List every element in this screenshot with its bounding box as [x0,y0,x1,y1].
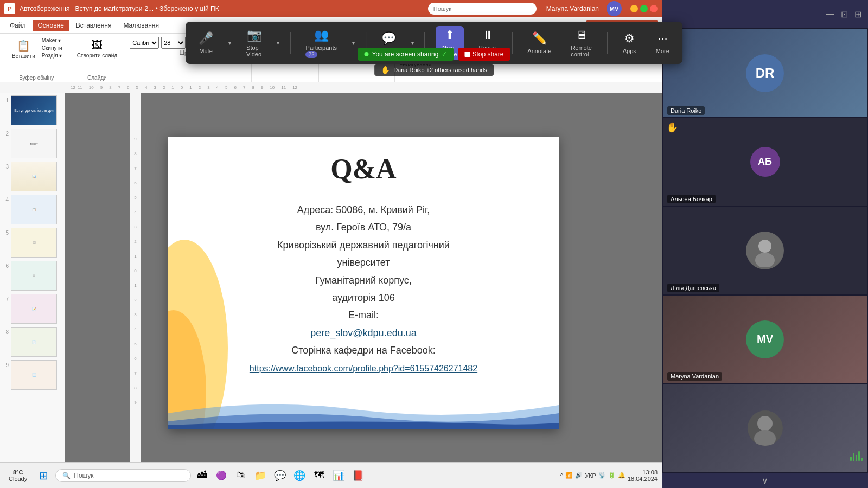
slide-img-5[interactable]: 🖼 [11,228,57,258]
apps-button[interactable]: ⚙ Apps [618,29,641,56]
maker-btn[interactable]: Maker ▾ [40,37,65,44]
presentation-canvas: 9876543210123456789 [65,93,662,473]
weather-desc: Cloudy [9,476,27,482]
avatar-maryna: MV [746,320,784,358]
window-controls [630,5,658,12]
taskbar-ppt-icon[interactable]: 📊 [330,467,347,484]
slide-thumb-1[interactable]: 1 Вступ до магістратури [2,95,62,125]
slide-thumb-3[interactable]: 3 📊 [2,162,62,191]
slide-img-9[interactable]: 📃 [11,360,57,390]
taskbar-skype-icon[interactable]: 💬 [271,467,289,484]
video-panel: — ⊡ ⊞ DR ✋ Daria Roiko АБ ✋ Альона Бочка… [662,0,868,488]
facebook-link[interactable]: https://www.facebook.com/profile.php?id=… [250,364,477,373]
autosave-label: Автозбереження [20,5,69,12]
more-button[interactable]: ··· More [652,29,674,56]
video-placeholder-alona: АБ [663,118,867,206]
email-link[interactable]: pere_slov@kdpu.edu.ua [310,328,416,338]
copy-btn[interactable]: Скинути [40,44,65,52]
tray-expand[interactable]: ^ [560,472,563,479]
search-input[interactable] [428,3,537,15]
vp-grid-icon[interactable]: ⊞ [854,9,861,20]
user-avatar[interactable]: MV [607,1,622,16]
chat-icon: 💬 [381,31,396,46]
clipboard-label: Буфер обміну [19,75,54,81]
avatar-5 [748,410,783,446]
green-check: ✓ [442,50,447,58]
taskbar-weather: 8°C Cloudy [4,467,31,484]
taskbar-city-icon[interactable]: 🏙 [193,467,210,484]
hand-indicator-alona: ✋ [666,121,678,133]
slide-img-3[interactable]: 📊 [11,162,57,191]
slide-decor-bottom [168,391,559,429]
vp-minimize-icon[interactable]: — [826,9,834,20]
section-btn[interactable]: Розділ ▾ [40,52,65,59]
tray-battery[interactable]: 🔋 [608,472,616,479]
slide-img-6[interactable]: 🏛 [11,261,57,291]
tray-network[interactable]: 📶 [565,472,573,479]
taskbar-pdf-icon[interactable]: 📕 [349,467,367,484]
svg-point-3 [755,253,775,267]
font-size-select[interactable]: 28 [161,37,186,49]
tray-volume[interactable]: 🔊 [575,472,583,479]
paste-button[interactable]: 📋 Вставити [9,37,39,61]
toolbar-separator-5 [607,32,608,54]
maximize-btn[interactable] [640,5,648,12]
slide-thumb-8[interactable]: 8 📄 [2,327,62,357]
mute-chevron[interactable]: ▾ [228,40,231,46]
language-switch[interactable]: УКР [585,472,596,479]
slide-img-2[interactable]: — текст — [11,129,57,158]
menu-file[interactable]: Файл [4,20,31,31]
more-label: More [656,48,669,54]
new-slide-btn[interactable]: 🖼 Створити слайд [74,37,120,61]
taskbar-files-icon[interactable]: 📁 [252,467,269,484]
slide-img-4[interactable]: 📋 [11,195,57,224]
avatar-lilia-svg [749,234,781,267]
taskbar-map-icon[interactable]: 🗺 [310,467,328,484]
user-name: Maryna Vardanian [546,5,599,12]
mute-button[interactable]: 🎤 Mute [194,29,218,56]
close-btn[interactable] [650,5,658,12]
video-panel-scroll-down[interactable]: ∨ [662,473,868,488]
slide-img-8[interactable]: 📄 [11,327,57,357]
slide-thumb-7[interactable]: 7 📝 [2,294,62,324]
slide-num-8: 8 [2,329,9,335]
menu-home[interactable]: Основне [33,20,69,31]
tray-notification[interactable]: 🔔 [618,472,626,479]
font-family-select[interactable]: Calibri [130,37,159,49]
tray-wifi[interactable]: 📡 [598,472,606,479]
start-button[interactable]: ⊞ [34,466,53,485]
annotate-button[interactable]: ✏️ Annotate [523,29,556,56]
vertical-ruler: 9876543210123456789 [130,93,141,473]
slide-thumb-6[interactable]: 6 🏛 [2,261,62,291]
menu-insert[interactable]: Вставлення [71,20,117,31]
slide-img-7[interactable]: 📝 [11,294,57,324]
menu-draw[interactable]: Малювання [118,20,164,31]
slide-img-1[interactable]: Вступ до магістратури [11,95,57,125]
taskbar-edge-icon[interactable]: 🌐 [291,467,308,484]
taskbar-search[interactable]: 🔍 Пошук [55,469,191,482]
stop-video-button[interactable]: 📷 Stop Video [242,26,266,60]
taskbar-right: ^ 📶 🔊 УКР 📡 🔋 🔔 13:08 18.04.2024 [560,469,658,482]
participants-button[interactable]: 👥 Participants 22 [302,26,341,60]
slide-thumb-5[interactable]: 5 🖼 [2,228,62,258]
participants-chevron[interactable]: ▾ [352,40,355,46]
remote-control-button[interactable]: 🖥 Remote control [566,26,596,60]
mute-icon: 🎤 [199,31,213,46]
avatar-5-svg [748,410,783,446]
vp-expand-icon[interactable]: ⊡ [841,9,848,20]
ribbon-group-slides: 🖼 Створити слайд Слайди [69,36,125,82]
slide-num-6: 6 [2,263,9,269]
slide-thumb-9[interactable]: 9 📃 [2,360,62,390]
taskbar-teams-icon[interactable]: 🟣 [213,467,230,484]
minimize-btn[interactable] [630,5,638,12]
pause-icon: ⏸ [482,28,494,42]
slide-thumb-2[interactable]: 2 — текст — [2,129,62,158]
slide-num-3: 3 [2,164,9,170]
slide-title: Q&A [201,153,526,185]
slide-thumb-4[interactable]: 4 📋 [2,195,62,224]
video-chevron[interactable]: ▾ [277,40,279,46]
chat-chevron[interactable]: ▾ [411,40,414,46]
stop-share-button[interactable]: Stop share [458,48,510,61]
taskbar-store-icon[interactable]: 🛍 [232,467,250,484]
chevron-down-icon: ∨ [762,476,768,486]
